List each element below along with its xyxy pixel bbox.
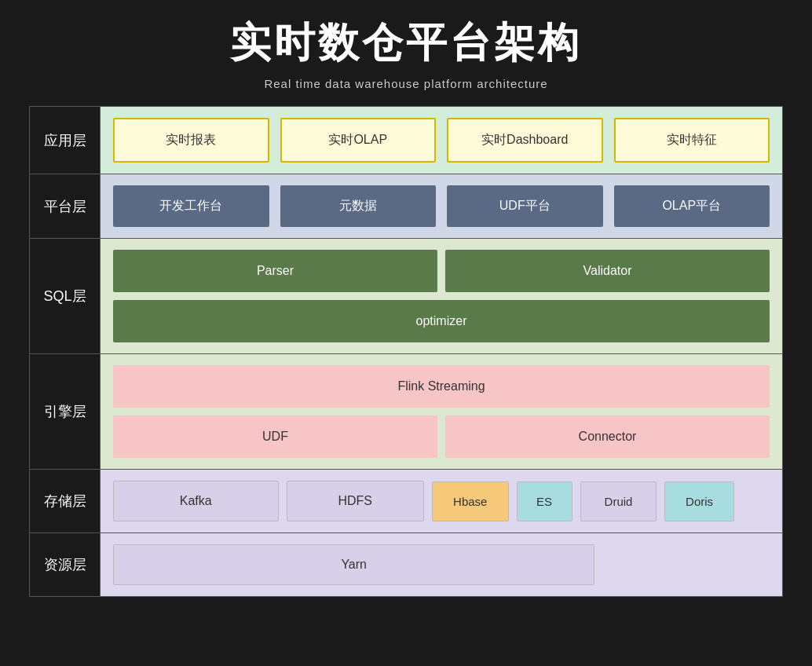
app-box-0: 实时报表 bbox=[113, 118, 269, 163]
storage-kafka-box: Kafka bbox=[113, 481, 279, 521]
platform-boxes: 开发工作台 元数据 UDF平台 OLAP平台 bbox=[113, 185, 770, 227]
layer-ziyuan: 资源层 Yarn bbox=[30, 533, 782, 596]
sql-validator-box: Validator bbox=[445, 250, 770, 292]
layer-content-ziyuan: Yarn bbox=[101, 533, 782, 596]
platform-box-1: 元数据 bbox=[280, 185, 437, 227]
layer-content-pingtai: 开发工作台 元数据 UDF平台 OLAP平台 bbox=[101, 174, 782, 238]
layer-label-pingtai: 平台层 bbox=[30, 174, 101, 238]
platform-box-3: OLAP平台 bbox=[614, 185, 770, 227]
storage-hbase-box: Hbase bbox=[432, 481, 509, 521]
storage-es-box: ES bbox=[517, 481, 572, 521]
resource-empty bbox=[602, 544, 770, 585]
layer-content-sql: Parser Validator optimizer bbox=[101, 239, 782, 353]
layer-content-yinqin: Flink Streaming UDF Connector bbox=[101, 354, 782, 469]
platform-box-2: UDF平台 bbox=[447, 185, 603, 227]
layer-label-yinqin: 引擎层 bbox=[30, 354, 101, 469]
layer-content-cunchu: Kafka HDFS Hbase ES Druid Doris bbox=[101, 470, 782, 532]
layer-label-sql: SQL层 bbox=[30, 239, 101, 353]
engine-flink-box: Flink Streaming bbox=[113, 365, 770, 408]
sql-optimizer-box: optimizer bbox=[113, 300, 770, 342]
engine-udf-box: UDF bbox=[113, 415, 437, 458]
layer-label-ziyuan: 资源层 bbox=[30, 533, 101, 596]
app-box-1: 实时OLAP bbox=[280, 118, 437, 163]
app-box-2: 实时Dashboard bbox=[447, 118, 603, 163]
storage-doris-box: Doris bbox=[664, 481, 734, 521]
engine-connector-box: Connector bbox=[445, 415, 770, 458]
sql-row1: Parser Validator bbox=[113, 250, 770, 292]
resource-yarn-box: Yarn bbox=[113, 544, 594, 585]
app-box-3: 实时特征 bbox=[614, 118, 770, 163]
page-title: 实时数仓平台架构 bbox=[230, 16, 582, 71]
platform-box-0: 开发工作台 bbox=[113, 185, 269, 227]
architecture-diagram: 应用层 实时报表 实时OLAP 实时Dashboard 实时特征 平台层 开发工… bbox=[29, 106, 783, 597]
layer-yinqin: 引擎层 Flink Streaming UDF Connector bbox=[30, 354, 782, 470]
layer-content-yingyong: 实时报表 实时OLAP 实时Dashboard 实时特征 bbox=[101, 107, 782, 174]
sql-parser-box: Parser bbox=[113, 250, 437, 292]
app-boxes: 实时报表 实时OLAP 实时Dashboard 实时特征 bbox=[113, 118, 770, 163]
storage-hdfs-box: HDFS bbox=[287, 481, 425, 521]
layer-yingyong: 应用层 实时报表 实时OLAP 实时Dashboard 实时特征 bbox=[30, 107, 782, 174]
resource-boxes: Yarn bbox=[113, 544, 770, 585]
layer-label-yingyong: 应用层 bbox=[30, 107, 101, 174]
layer-cunchu: 存储层 Kafka HDFS Hbase ES Druid Doris bbox=[30, 470, 782, 533]
storage-druid-box: Druid bbox=[580, 481, 657, 521]
layer-label-cunchu: 存储层 bbox=[30, 470, 101, 532]
layer-sql: SQL层 Parser Validator optimizer bbox=[30, 239, 782, 354]
storage-boxes: Kafka HDFS Hbase ES Druid Doris bbox=[113, 481, 770, 521]
layer-pingtai: 平台层 开发工作台 元数据 UDF平台 OLAP平台 bbox=[30, 174, 782, 239]
engine-row2: UDF Connector bbox=[113, 415, 770, 458]
page-subtitle: Real time data warehouse platform archit… bbox=[264, 77, 547, 90]
